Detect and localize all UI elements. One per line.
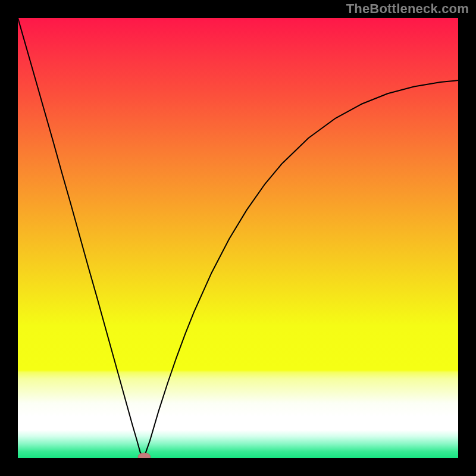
chart-background (18, 18, 458, 458)
chart-marker (138, 453, 151, 458)
chart-svg (18, 18, 458, 458)
svg-rect-0 (18, 18, 458, 458)
chart-container: TheBottleneck.com (0, 0, 476, 476)
watermark-text: TheBottleneck.com (346, 1, 469, 17)
svg-point-1 (138, 453, 151, 458)
plot-area (18, 18, 458, 458)
